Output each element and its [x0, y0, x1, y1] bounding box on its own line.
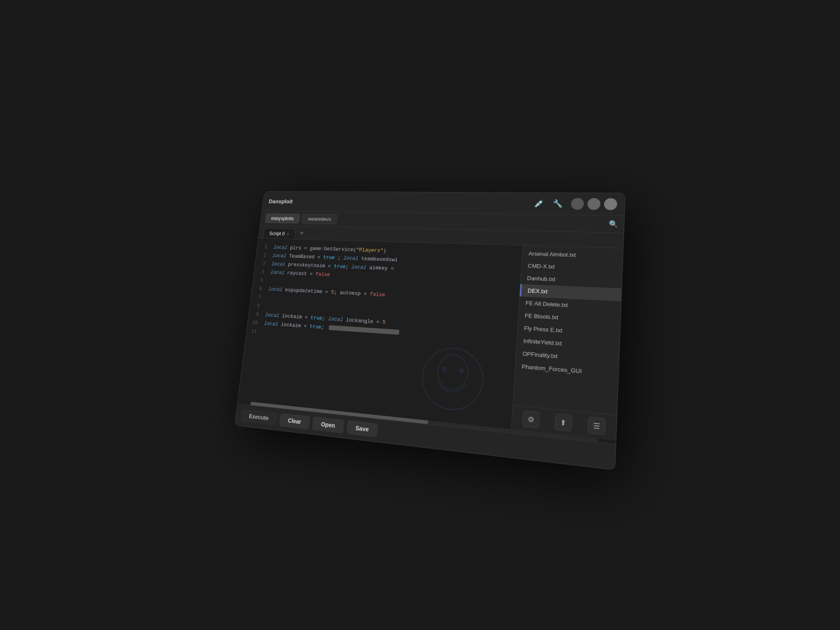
- line-num-1: 1: [257, 243, 268, 251]
- svg-point-3: [459, 368, 464, 373]
- hub-tab-easyxploits[interactable]: easyxploits: [265, 213, 300, 223]
- window-wrapper: Dansploit 💉 🔧 easyxploits wearedevs 🔍: [234, 191, 625, 470]
- line-num-7: 7: [251, 293, 262, 302]
- inject1-icon[interactable]: 💉: [532, 197, 546, 210]
- list-icon-button[interactable]: ☰: [587, 417, 606, 436]
- add-tab-button[interactable]: +: [297, 228, 307, 238]
- hub-tab-wearedevs[interactable]: wearedevs: [302, 214, 338, 225]
- script-list: Arsenal Aimbot.txt CMD-X.txt Danhub.txt …: [513, 246, 623, 415]
- tab-label: Script 0: [269, 231, 285, 236]
- script-panel: Arsenal Aimbot.txt CMD-X.txt Danhub.txt …: [511, 246, 623, 440]
- close-button[interactable]: [604, 198, 617, 210]
- line-num-5: 5: [253, 276, 264, 285]
- open-button[interactable]: Open: [312, 416, 344, 433]
- save-button[interactable]: Save: [346, 420, 378, 437]
- line-num-8: 8: [249, 301, 260, 310]
- window-controls: [571, 198, 617, 210]
- svg-point-1: [436, 354, 469, 391]
- code-editor[interactable]: local plrs = game:GetService("Players") …: [251, 239, 522, 429]
- tab-close-icon[interactable]: ×: [286, 231, 289, 236]
- clear-button[interactable]: Clear: [279, 413, 310, 430]
- line-num-10: 10: [247, 318, 258, 328]
- execute-button[interactable]: Execute: [240, 409, 278, 426]
- search-icon-button[interactable]: 🔍: [609, 220, 618, 228]
- toolbar-icons: 💉 🔧: [532, 197, 565, 210]
- line-num-11: 11: [246, 327, 257, 336]
- maximize-button[interactable]: [587, 198, 601, 210]
- settings-icon-button[interactable]: ⚙: [522, 410, 540, 428]
- line-num-2: 2: [256, 251, 267, 260]
- tab-script-0[interactable]: Script 0 ×: [263, 228, 296, 239]
- line-num-9: 9: [248, 310, 259, 319]
- line-num-3: 3: [255, 260, 266, 268]
- hub-search: 🔍: [609, 220, 618, 228]
- svg-point-0: [420, 346, 485, 412]
- scene: Dansploit 💉 🔧 easyxploits wearedevs 🔍: [0, 0, 840, 630]
- line-num-6: 6: [252, 284, 262, 293]
- svg-point-2: [442, 367, 447, 372]
- minimize-button[interactable]: [571, 198, 584, 210]
- window-title: Dansploit: [268, 198, 532, 207]
- editor-logo: [415, 342, 489, 417]
- inject2-icon[interactable]: 🔧: [550, 197, 565, 210]
- editor-area: 1 2 3 4 5 6 7 8 9 10 11 local p: [238, 239, 522, 429]
- main-window: Dansploit 💉 🔧 easyxploits wearedevs 🔍: [234, 191, 625, 470]
- line-num-4: 4: [254, 268, 265, 276]
- upload-icon-button[interactable]: ⬆: [554, 413, 572, 432]
